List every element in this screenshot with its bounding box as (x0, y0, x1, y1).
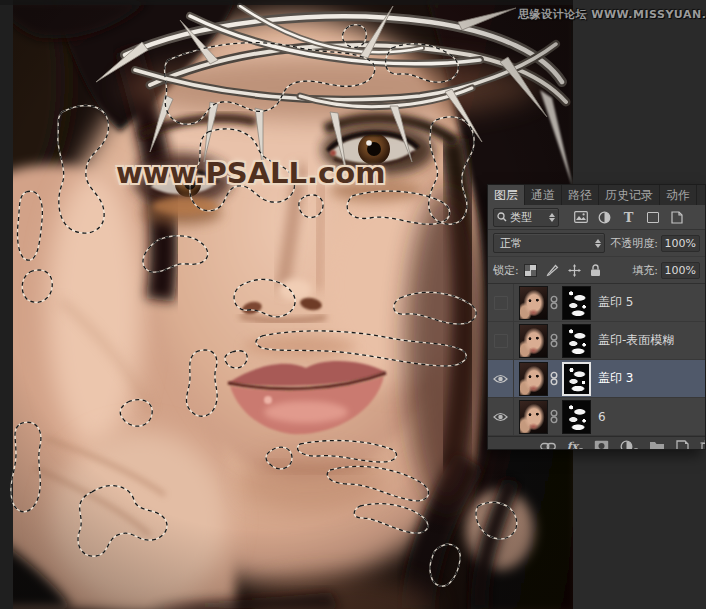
mask-link-icon (548, 409, 560, 424)
layer-row-selected[interactable]: 盖印 3 (488, 360, 705, 398)
visibility-toggle[interactable] (488, 360, 514, 397)
add-mask-icon[interactable] (594, 440, 609, 450)
dropdown-spinner-icon (595, 239, 601, 248)
blend-mode-row: 正常 不透明度: 100% (488, 230, 705, 257)
lock-pixels-brush-icon[interactable] (546, 264, 559, 277)
dropdown-spinner-icon (549, 213, 555, 222)
layer-row[interactable]: 盖印-表面模糊 (488, 322, 705, 360)
layer-thumbnail[interactable] (519, 400, 548, 434)
missyuan-watermark: 思缘设计论坛 WWW.MISSYUAN.COM (518, 7, 706, 22)
fill-value[interactable]: 100% (661, 262, 700, 279)
layers-panel: 图层 通道 路径 历史记录 动作 类型 T (487, 184, 706, 450)
new-layer-icon[interactable] (676, 440, 689, 451)
filter-shape-icon[interactable] (645, 210, 660, 224)
layer-name[interactable]: 6 (598, 410, 606, 424)
mask-link-icon (548, 295, 560, 310)
filter-smart-object-icon[interactable] (669, 210, 684, 224)
lock-row: 锁定: 填充: 100% (488, 257, 705, 284)
blend-mode-dropdown[interactable]: 正常 (493, 233, 605, 253)
opacity-label: 不透明度: (610, 236, 658, 251)
search-icon (497, 212, 507, 222)
link-layers-icon[interactable] (540, 442, 556, 451)
eye-icon (493, 374, 508, 384)
panel-tab-strip: 图层 通道 路径 历史记录 动作 (488, 185, 705, 205)
mask-link-icon (548, 371, 560, 386)
filter-image-icon[interactable] (573, 210, 588, 224)
visibility-toggle[interactable] (488, 398, 514, 435)
lock-position-icon[interactable] (568, 264, 581, 277)
tab-layers[interactable]: 图层 (488, 185, 525, 205)
visibility-toggle[interactable] (488, 322, 514, 359)
layer-row[interactable]: 盖印 5 (488, 284, 705, 322)
layer-mask-thumbnail[interactable] (562, 324, 591, 358)
photoshop-workspace: { "watermarks": { "site": "思缘设计论坛 WWW.MI… (0, 0, 706, 609)
layer-thumbnail[interactable] (519, 286, 548, 320)
psall-watermark: www.PSALL.com (116, 156, 385, 190)
layer-mask-thumbnail[interactable] (562, 400, 591, 434)
layer-thumbnail[interactable] (519, 324, 548, 358)
opacity-value[interactable]: 100% (661, 235, 700, 252)
filter-type-label: 类型 (510, 210, 532, 225)
layer-thumbnail[interactable] (519, 362, 548, 396)
lock-transparency-icon[interactable] (524, 264, 537, 277)
layer-mask-thumbnail[interactable] (562, 286, 591, 320)
filter-type-dropdown[interactable]: 类型 (493, 208, 559, 227)
layer-name[interactable]: 盖印-表面模糊 (598, 332, 674, 349)
tab-paths[interactable]: 路径 (562, 185, 599, 205)
panel-footer: fx (488, 436, 705, 450)
layer-name[interactable]: 盖印 5 (598, 294, 633, 311)
blend-mode-value: 正常 (500, 236, 522, 251)
fill-label: 填充: (632, 263, 658, 278)
filter-type-text-icon[interactable]: T (621, 210, 636, 224)
adjustment-layer-icon[interactable] (620, 440, 638, 451)
layer-mask-thumbnail-active[interactable] (562, 362, 591, 396)
tab-history[interactable]: 历史记录 (599, 185, 660, 205)
layer-row[interactable]: 6 (488, 398, 705, 436)
new-group-icon[interactable] (649, 440, 665, 450)
mask-link-icon (548, 333, 560, 348)
tab-channels[interactable]: 通道 (525, 185, 562, 205)
layer-list: 盖印 5 盖印-表面模糊 盖印 3 (488, 284, 705, 436)
tab-actions[interactable]: 动作 (660, 185, 697, 205)
delete-layer-icon[interactable] (700, 440, 706, 451)
layer-filter-row: 类型 T (488, 205, 705, 230)
filter-adjustment-icon[interactable] (597, 210, 612, 224)
eye-icon (493, 412, 508, 422)
layer-name[interactable]: 盖印 3 (598, 370, 633, 387)
visibility-toggle[interactable] (488, 284, 514, 321)
layer-style-icon[interactable]: fx (567, 440, 583, 451)
lock-label: 锁定: (493, 263, 519, 278)
lock-all-icon[interactable] (590, 264, 601, 277)
